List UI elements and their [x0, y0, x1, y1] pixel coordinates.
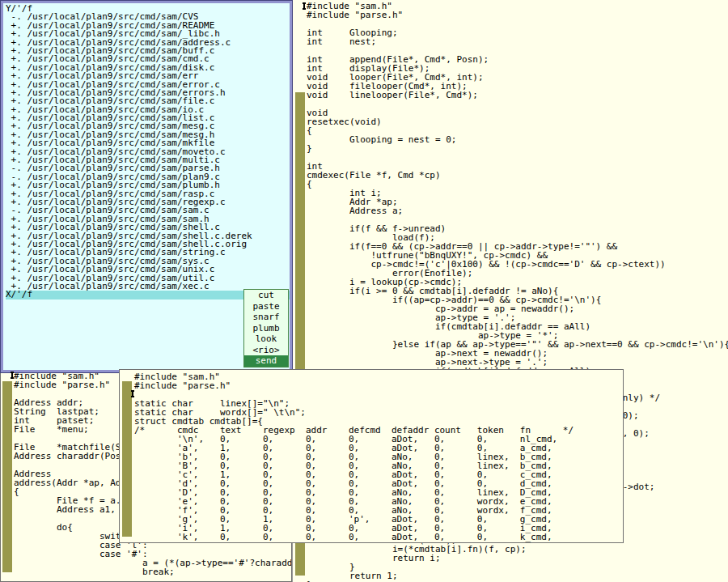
text-cursor	[132, 390, 133, 397]
text-cursor	[11, 372, 13, 379]
menu-item[interactable]: <rio>	[244, 345, 288, 356]
code-line: return i;	[307, 554, 728, 563]
command-text[interactable]: Y/'/f -. /usr/local/plan9/src/cmd/sam/CV…	[6, 5, 290, 299]
code-line: int nest;	[307, 37, 728, 46]
code-line: cmdexec(File *f, Cmd *cp)	[307, 171, 728, 180]
code-line: #include "parse.h"	[307, 11, 728, 19]
code-line	[307, 100, 728, 108]
text-cursor	[303, 2, 305, 10]
menu-item[interactable]: cut	[244, 290, 288, 301]
code-line	[307, 153, 728, 162]
code-line: }	[307, 144, 728, 153]
cmdtab-file-window[interactable]: #include "sam.h"#include "parse.h" stati…	[119, 369, 624, 543]
code-line: #include "parse.h"	[134, 381, 574, 390]
scrollbar[interactable]	[2, 372, 12, 580]
code-line: Address a;	[307, 206, 728, 215]
menu-item[interactable]: send	[244, 355, 288, 367]
menu-item[interactable]: plumb	[244, 323, 288, 334]
menu-item[interactable]: look	[244, 333, 288, 345]
code-line: Glooping = nest = 0;	[307, 135, 728, 144]
cmdtab-code-text[interactable]: #include "sam.h"#include "parse.h" stati…	[134, 372, 574, 542]
edit-menu[interactable]: cutpastesnarfplumblook<rio>send	[243, 289, 289, 367]
code-line: void linelooper(File*, Cmd*);	[307, 91, 728, 100]
scrollbar-track	[2, 381, 12, 572]
code-line: resetxec(void)	[307, 117, 728, 126]
code-line: 'k', 0, 0, 0, 0, aDot, 0, 0, k_cmd,	[134, 533, 574, 542]
menu-item[interactable]: snarf	[244, 312, 288, 323]
menu-item[interactable]: paste	[244, 301, 288, 312]
code-line: return 1;	[307, 571, 728, 580]
code-line: break;	[14, 567, 292, 576]
scrollbar-track	[122, 381, 132, 537]
